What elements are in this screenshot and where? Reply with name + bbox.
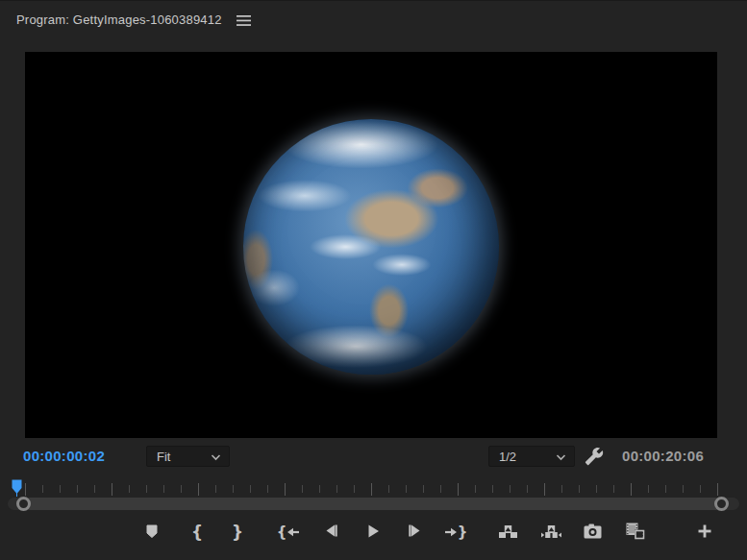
step-back-icon [324, 523, 339, 541]
button-editor-button[interactable] [689, 519, 720, 546]
panel-header: Program: GettyImages-1060389412 [0, 1, 747, 45]
step-forward-icon [407, 523, 422, 541]
current-timecode[interactable]: 00:00:00:02 [23, 448, 105, 464]
go-to-out-icon: } [444, 525, 468, 540]
mark-in-button[interactable]: { [182, 519, 212, 546]
comparison-view-button[interactable] [620, 519, 651, 546]
wrench-icon [585, 454, 604, 469]
comparison-view-icon [626, 523, 645, 543]
playback-resolution-value: 1/2 [499, 450, 516, 464]
zoom-level-select[interactable]: Fit [146, 446, 230, 467]
lift-icon [498, 523, 518, 542]
video-preview [25, 52, 717, 438]
playhead[interactable] [12, 479, 22, 497]
duration-timecode: 00:00:20:06 [622, 448, 704, 464]
zoom-scrollbar-bar[interactable] [24, 498, 722, 510]
playback-resolution-select[interactable]: 1/2 [488, 446, 575, 467]
program-monitor-panel: Program: GettyImages-1060389412 00:00:00… [0, 0, 747, 560]
lift-button[interactable] [492, 519, 523, 546]
export-frame-button[interactable] [577, 519, 608, 546]
panel-title: Program: GettyImages-1060389412 [16, 12, 222, 27]
step-back-button[interactable] [316, 519, 347, 546]
zoom-handle-left[interactable] [16, 497, 31, 511]
step-forward-button[interactable] [399, 519, 430, 546]
hamburger-menu-icon [237, 14, 252, 27]
mini-timeline-ruler[interactable] [0, 478, 747, 497]
earth-globe-frame [243, 119, 499, 375]
chevron-down-icon [205, 450, 221, 464]
extract-button[interactable] [535, 519, 566, 546]
mark-out-button[interactable]: } [222, 519, 253, 546]
mark-in-icon: { [191, 524, 203, 541]
zoom-handle-right[interactable] [714, 497, 729, 511]
panel-menu-button[interactable] [235, 12, 254, 29]
chevron-down-icon [550, 450, 566, 464]
ruler-ticks [25, 483, 723, 497]
extract-icon [541, 523, 561, 542]
marker-icon [144, 523, 160, 542]
play-icon [365, 523, 381, 542]
go-to-in-icon: { [277, 525, 301, 540]
add-marker-button[interactable] [137, 519, 167, 546]
zoom-level-value: Fit [157, 450, 170, 464]
plus-icon [697, 523, 712, 542]
mark-out-icon: } [232, 524, 243, 541]
go-to-out-button[interactable]: } [440, 519, 471, 546]
go-to-in-button[interactable]: { [273, 519, 304, 546]
zoom-scrollbar [0, 496, 747, 513]
settings-button[interactable] [581, 443, 608, 470]
play-button[interactable] [358, 519, 388, 546]
camera-icon [584, 523, 602, 542]
